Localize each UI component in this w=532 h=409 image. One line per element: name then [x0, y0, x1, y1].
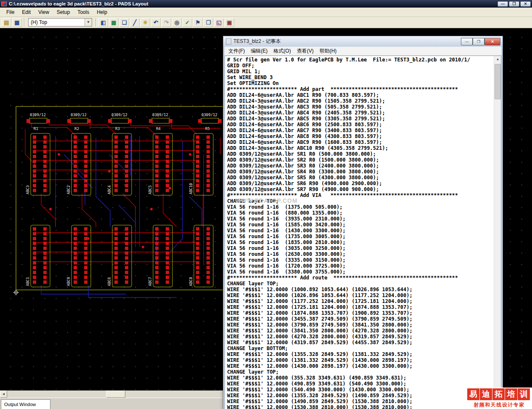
pcb-component-ABC3[interactable]: ABC3 [26, 133, 50, 195]
svg-text:ABC7: ABC7 [148, 277, 152, 286]
pads-menu-item[interactable]: Setup [53, 8, 74, 16]
pcb-component-ABC2[interactable]: ABC2 [66, 133, 91, 195]
svg-text:R5: R5 [205, 127, 210, 131]
svg-text:R4: R4 [156, 127, 161, 131]
notepad-window-title: TEST3_blz2 - 记事本 [233, 38, 281, 45]
svg-text:R1: R1 [34, 127, 38, 131]
pcb-component-R2[interactable]: 0309/12R2 [67, 113, 91, 131]
logo-character-block: 拓 [492, 388, 505, 400]
undo-icon[interactable]: ↶ [151, 18, 161, 27]
svg-text:ABC6: ABC6 [107, 277, 111, 286]
logo-subtitle: 射频和天线设计专家 [467, 400, 531, 409]
logo-character-block: 易 [467, 388, 479, 400]
notepad-menu-item[interactable]: 帮助(H) [317, 46, 340, 56]
pads-menu-item[interactable]: View [34, 8, 53, 16]
screen: C:\.ezwave\pads to eagle 3d pack\TEST3_b… [0, 0, 532, 409]
route-icon[interactable]: ╱ [130, 18, 140, 27]
notepad-vertical-scrollbar[interactable]: ▲ ▼ [494, 56, 501, 409]
scroll-left-icon[interactable]: ◄ [0, 390, 7, 398]
drafting-toolbar-icon[interactable]: ◧ [98, 18, 108, 27]
svg-text:ABC5: ABC5 [148, 185, 152, 194]
svg-text:ABC3: ABC3 [26, 185, 30, 194]
notepad-window: TEST3_blz2 - 记事本 — ❐ ✕ 文件(F)编辑(E)格式(O)查看… [223, 36, 503, 409]
pour-manager-icon[interactable]: ◱ [214, 18, 224, 27]
svg-text:R3: R3 [115, 127, 120, 131]
scrollbar-thumb[interactable] [106, 390, 125, 398]
zoom-icon[interactable]: ◎ [172, 18, 182, 27]
pads-toolbar-right: ◧▩❏╱✳↶↷◎✓⚑❒◱▣ [98, 18, 234, 27]
pcb-component-ABC8[interactable]: ABC8 [189, 225, 213, 287]
notepad-titlebar: TEST3_blz2 - 记事本 — ❐ ✕ [223, 36, 503, 47]
chevron-down-icon[interactable]: ▼ [85, 19, 92, 26]
pcb-component-ABC5[interactable]: ABC5 [148, 133, 172, 195]
layers-icon[interactable]: ❏ [119, 18, 129, 27]
minimize-button[interactable]: — [461, 38, 473, 45]
svg-text:ABC2: ABC2 [66, 185, 71, 194]
layer-combo[interactable]: (H) Top ▼ [28, 18, 92, 27]
open-icon[interactable]: ▤ [2, 18, 11, 27]
output-window-tab[interactable]: Output Window [1, 399, 50, 409]
maximize-button[interactable]: ❐ [473, 38, 484, 45]
pads-menu-item[interactable]: Help [93, 8, 111, 16]
notepad-menu-item[interactable]: 文件(F) [225, 46, 248, 56]
svg-text:0309/12: 0309/12 [111, 113, 127, 117]
dispatch-icon[interactable]: ▣ [225, 18, 234, 27]
svg-text:0309/12: 0309/12 [71, 113, 87, 117]
redo-icon[interactable]: ↷ [161, 18, 171, 27]
pads-toolbar-left: ▤▦ [2, 18, 22, 27]
via-icon[interactable]: ✳ [140, 18, 150, 27]
minimize-button[interactable]: — [498, 1, 508, 7]
pcb-component-ABC1[interactable]: ABC1 [26, 225, 50, 287]
pcb-component-ABC9[interactable]: ABC9 [66, 225, 91, 287]
svg-text:0309/12: 0309/12 [30, 113, 46, 117]
svg-text:R2: R2 [74, 127, 79, 131]
edatop-logo: 易迪拓培训 射频和天线设计专家 [466, 388, 532, 409]
trace-layer [25, 122, 220, 297]
svg-text:ABC1: ABC1 [26, 277, 30, 286]
logo-character-block: 培 [505, 388, 517, 400]
pads-window-title: C:\.ezwave\pads to eagle 3d pack\TEST3_b… [9, 1, 148, 6]
pads-window-controls: — ❐ ✕ [498, 1, 532, 7]
logo-character-block: 训 [518, 388, 530, 400]
svg-text:ABC9: ABC9 [66, 277, 71, 286]
scroll-up-icon[interactable]: ▲ [494, 56, 501, 63]
svg-text:ABC10: ABC10 [189, 183, 193, 194]
design-toolbar-icon[interactable]: ▩ [109, 18, 119, 27]
save-icon[interactable]: ▦ [12, 18, 22, 27]
svg-text:0309/12: 0309/12 [201, 113, 217, 117]
pcb-component-ABC6[interactable]: ABC6 [107, 225, 132, 287]
pads-menubar: FileEditViewSetupToolsHelp [0, 8, 532, 17]
maximize-button[interactable]: ❐ [509, 1, 519, 7]
logo-blocks: 易迪拓培训 [467, 388, 531, 400]
origin-marker [13, 289, 19, 295]
svg-text:ABC4: ABC4 [107, 185, 111, 194]
pcb-component-ABC7[interactable]: ABC7 [148, 225, 172, 287]
pads-toolbar: ▤▦ (H) Top ▼ ◧▩❏╱✳↶↷◎✓⚑❒◱▣ [0, 17, 532, 28]
content-watermark: WWW.EDATOP.COM [235, 197, 298, 204]
pcb-component-R3[interactable]: 0309/12R3 [108, 113, 132, 131]
verify-design-icon[interactable]: ✓ [183, 18, 192, 27]
layer-combo-value: (H) Top [31, 19, 47, 25]
svg-text:ABC8: ABC8 [189, 277, 193, 286]
pcb-component-ABC10[interactable]: ABC10 [189, 133, 213, 195]
notepad-menu-item[interactable]: 格式(O) [270, 46, 294, 56]
close-button[interactable]: ✕ [484, 38, 500, 45]
pads-menu-item[interactable]: Tools [74, 8, 93, 16]
notepad-window-controls: — ❐ ✕ [461, 38, 503, 45]
pads-menu-item[interactable]: Edit [18, 8, 34, 16]
close-button[interactable]: ✕ [520, 1, 531, 7]
eco-mode-icon[interactable]: ⚑ [193, 18, 203, 27]
notepad-icon [226, 38, 231, 45]
notepad-menu-item[interactable]: 编辑(E) [248, 46, 270, 56]
pcb-component-R1[interactable]: 0309/12R1 [26, 113, 50, 131]
pads-menu-item[interactable]: File [3, 8, 18, 16]
notepad-text[interactable]: # Scr file gen Ver 1.0 for EaglePCB by T… [225, 56, 494, 409]
view-nets-icon[interactable]: ❒ [204, 18, 213, 27]
notepad-menu-item[interactable]: 查看(V) [294, 46, 317, 56]
pcb-component-R4[interactable]: 0309/12R4 [149, 113, 172, 131]
logo-character-block: 迪 [480, 388, 492, 400]
scrollbar-thumb[interactable] [495, 64, 501, 99]
svg-text:0309/12: 0309/12 [152, 113, 168, 117]
toolbar-separator [24, 18, 25, 27]
notepad-menubar: 文件(F)编辑(E)格式(O)查看(V)帮助(H) [225, 47, 501, 56]
